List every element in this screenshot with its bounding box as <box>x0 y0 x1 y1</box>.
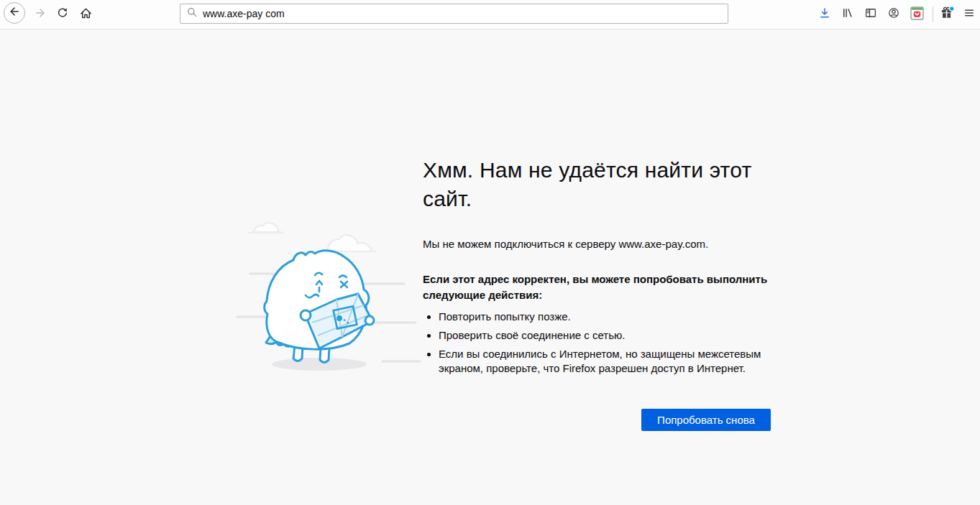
suggestion-item: Проверить своё соединение с сетью. <box>439 328 771 343</box>
downloads-button[interactable] <box>814 2 835 24</box>
reload-button[interactable] <box>52 2 73 24</box>
pocket-extension-icon <box>910 6 924 20</box>
retry-button[interactable]: Попробовать снова <box>641 409 771 431</box>
menu-button[interactable] <box>958 2 980 24</box>
url-bar[interactable] <box>180 4 728 24</box>
url-input[interactable] <box>203 8 722 19</box>
suggestion-item: Повторить попытку позже. <box>439 310 771 324</box>
sidebar-button[interactable] <box>860 2 881 24</box>
page-title: Хмм. Нам не удаётся найти этот сайт. <box>423 156 771 213</box>
reload-icon <box>56 6 69 19</box>
suggestions-list: Повторить попытку позже. Проверить своё … <box>423 310 771 376</box>
error-content: Хмм. Нам не удаётся найти этот сайт. Мы … <box>423 156 771 431</box>
back-icon <box>8 5 21 21</box>
download-icon <box>818 6 831 19</box>
error-page: Хмм. Нам не удаётся найти этот сайт. Мы … <box>0 29 980 505</box>
forward-icon <box>34 6 47 19</box>
sidebar-icon <box>864 6 877 19</box>
button-row: Попробовать снова <box>423 409 771 431</box>
library-button[interactable] <box>837 2 858 24</box>
suggestion-item: Если вы соединились с Интернетом, но защ… <box>439 347 771 376</box>
account-button[interactable] <box>883 2 905 24</box>
whats-new-button[interactable] <box>936 2 958 24</box>
suggestions-heading: Если этот адрес корректен, вы можете поп… <box>423 272 771 303</box>
search-icon <box>186 6 198 21</box>
browser-toolbar <box>0 0 980 29</box>
home-icon <box>79 6 93 20</box>
library-icon <box>841 6 854 19</box>
menu-icon <box>963 6 976 19</box>
error-illustration <box>234 213 427 377</box>
account-icon <box>887 6 900 19</box>
forward-button[interactable] <box>29 2 51 24</box>
home-button[interactable] <box>75 2 96 24</box>
error-description: Мы не можем подключиться к серверу www.a… <box>423 237 771 251</box>
gift-icon <box>940 6 955 21</box>
back-button[interactable] <box>4 2 25 24</box>
pocket-extension-button[interactable] <box>906 2 928 24</box>
toolbar-separator <box>933 6 933 22</box>
